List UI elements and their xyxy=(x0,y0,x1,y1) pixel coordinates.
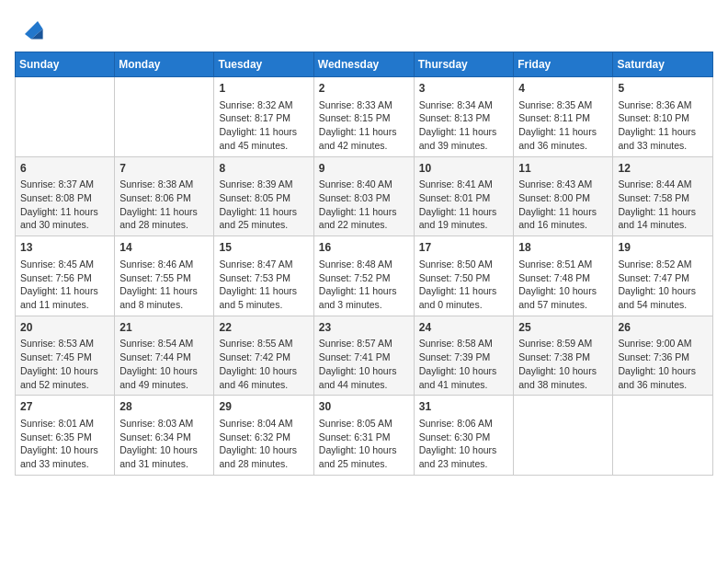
calendar-day-cell: 20Sunrise: 8:53 AM Sunset: 7:45 PM Dayli… xyxy=(16,316,115,396)
calendar-day-cell: 16Sunrise: 8:48 AM Sunset: 7:52 PM Dayli… xyxy=(313,236,414,316)
day-number: 17 xyxy=(419,240,509,256)
day-info: Sunrise: 8:39 AM Sunset: 8:05 PM Dayligh… xyxy=(219,178,308,232)
day-of-week-header: Sunday xyxy=(16,52,115,77)
day-number: 10 xyxy=(419,161,509,177)
calendar-day-cell: 19Sunrise: 8:52 AM Sunset: 7:47 PM Dayli… xyxy=(613,236,713,316)
calendar-day-cell: 22Sunrise: 8:55 AM Sunset: 7:42 PM Dayli… xyxy=(214,316,313,396)
day-of-week-header: Monday xyxy=(115,52,214,77)
day-info: Sunrise: 8:35 AM Sunset: 8:11 PM Dayligh… xyxy=(518,98,608,153)
day-info: Sunrise: 8:34 AM Sunset: 8:13 PM Dayligh… xyxy=(419,98,509,153)
calendar-day-cell: 25Sunrise: 8:59 AM Sunset: 7:38 PM Dayli… xyxy=(514,316,613,396)
day-number: 14 xyxy=(119,240,209,256)
calendar-day-cell: 10Sunrise: 8:41 AM Sunset: 8:01 PM Dayli… xyxy=(414,156,514,236)
day-info: Sunrise: 8:45 AM Sunset: 7:56 PM Dayligh… xyxy=(20,258,109,312)
calendar-day-cell: 21Sunrise: 8:54 AM Sunset: 7:44 PM Dayli… xyxy=(115,316,214,396)
day-info: Sunrise: 8:04 AM Sunset: 6:32 PM Dayligh… xyxy=(219,417,308,471)
day-info: Sunrise: 8:38 AM Sunset: 8:06 PM Dayligh… xyxy=(119,178,209,232)
day-info: Sunrise: 8:03 AM Sunset: 6:34 PM Dayligh… xyxy=(119,417,209,471)
calendar-day-cell: 4Sunrise: 8:35 AM Sunset: 8:11 PM Daylig… xyxy=(514,77,613,157)
calendar-day-cell: 15Sunrise: 8:47 AM Sunset: 7:53 PM Dayli… xyxy=(214,236,313,316)
calendar-day-cell xyxy=(613,396,713,476)
day-number: 21 xyxy=(119,320,209,336)
calendar-table: SundayMondayTuesdayWednesdayThursdayFrid… xyxy=(15,52,713,476)
day-info: Sunrise: 8:44 AM Sunset: 7:58 PM Dayligh… xyxy=(618,178,708,232)
calendar-day-cell: 23Sunrise: 8:57 AM Sunset: 7:41 PM Dayli… xyxy=(313,316,414,396)
calendar-week-row: 13Sunrise: 8:45 AM Sunset: 7:56 PM Dayli… xyxy=(16,236,713,316)
calendar-day-cell: 28Sunrise: 8:03 AM Sunset: 6:34 PM Dayli… xyxy=(115,396,214,476)
day-of-week-header: Tuesday xyxy=(214,52,313,77)
calendar-day-cell: 9Sunrise: 8:40 AM Sunset: 8:03 PM Daylig… xyxy=(313,156,414,236)
calendar-day-cell: 12Sunrise: 8:44 AM Sunset: 7:58 PM Dayli… xyxy=(613,156,713,236)
calendar-day-cell: 26Sunrise: 9:00 AM Sunset: 7:36 PM Dayli… xyxy=(613,316,713,396)
calendar-day-cell: 18Sunrise: 8:51 AM Sunset: 7:48 PM Dayli… xyxy=(514,236,613,316)
calendar-day-cell xyxy=(115,77,214,157)
day-number: 20 xyxy=(20,320,109,336)
day-info: Sunrise: 8:36 AM Sunset: 8:10 PM Dayligh… xyxy=(618,98,708,153)
day-info: Sunrise: 8:54 AM Sunset: 7:44 PM Dayligh… xyxy=(119,337,209,391)
calendar-day-cell: 31Sunrise: 8:06 AM Sunset: 6:30 PM Dayli… xyxy=(414,396,514,476)
day-info: Sunrise: 8:47 AM Sunset: 7:53 PM Dayligh… xyxy=(219,258,308,312)
day-info: Sunrise: 8:32 AM Sunset: 8:17 PM Dayligh… xyxy=(219,98,308,153)
calendar-day-cell: 1Sunrise: 8:32 AM Sunset: 8:17 PM Daylig… xyxy=(214,77,313,157)
calendar-week-row: 20Sunrise: 8:53 AM Sunset: 7:45 PM Dayli… xyxy=(16,316,713,396)
calendar-day-cell: 13Sunrise: 8:45 AM Sunset: 7:56 PM Dayli… xyxy=(16,236,115,316)
day-number: 9 xyxy=(319,161,409,177)
day-info: Sunrise: 8:05 AM Sunset: 6:31 PM Dayligh… xyxy=(319,417,409,471)
day-info: Sunrise: 8:40 AM Sunset: 8:03 PM Dayligh… xyxy=(319,178,409,232)
day-number: 4 xyxy=(518,81,608,97)
day-info: Sunrise: 9:00 AM Sunset: 7:36 PM Dayligh… xyxy=(618,337,708,391)
day-info: Sunrise: 8:06 AM Sunset: 6:30 PM Dayligh… xyxy=(419,417,509,471)
day-number: 30 xyxy=(319,399,409,415)
day-info: Sunrise: 8:41 AM Sunset: 8:01 PM Dayligh… xyxy=(419,178,509,232)
calendar-day-cell xyxy=(514,396,613,476)
day-of-week-header: Saturday xyxy=(613,52,713,77)
logo xyxy=(15,15,44,40)
day-number: 23 xyxy=(319,320,409,336)
day-info: Sunrise: 8:33 AM Sunset: 8:15 PM Dayligh… xyxy=(319,98,409,153)
day-number: 12 xyxy=(618,161,708,177)
day-number: 26 xyxy=(618,320,708,336)
calendar-week-row: 1Sunrise: 8:32 AM Sunset: 8:17 PM Daylig… xyxy=(16,77,713,157)
calendar-week-row: 27Sunrise: 8:01 AM Sunset: 6:35 PM Dayli… xyxy=(16,396,713,476)
day-number: 24 xyxy=(419,320,509,336)
calendar-day-cell: 3Sunrise: 8:34 AM Sunset: 8:13 PM Daylig… xyxy=(414,77,514,157)
day-of-week-header: Friday xyxy=(514,52,613,77)
day-number: 29 xyxy=(219,399,308,415)
calendar-day-cell xyxy=(16,77,115,157)
day-info: Sunrise: 8:50 AM Sunset: 7:50 PM Dayligh… xyxy=(419,258,509,312)
calendar-header-row: SundayMondayTuesdayWednesdayThursdayFrid… xyxy=(16,52,713,77)
day-number: 15 xyxy=(219,240,308,256)
day-number: 11 xyxy=(518,161,608,177)
calendar-day-cell: 17Sunrise: 8:50 AM Sunset: 7:50 PM Dayli… xyxy=(414,236,514,316)
day-info: Sunrise: 8:59 AM Sunset: 7:38 PM Dayligh… xyxy=(518,337,608,391)
calendar-day-cell: 6Sunrise: 8:37 AM Sunset: 8:08 PM Daylig… xyxy=(16,156,115,236)
calendar-week-row: 6Sunrise: 8:37 AM Sunset: 8:08 PM Daylig… xyxy=(16,156,713,236)
day-number: 28 xyxy=(119,399,209,415)
day-info: Sunrise: 8:51 AM Sunset: 7:48 PM Dayligh… xyxy=(518,258,608,312)
day-number: 7 xyxy=(119,161,209,177)
day-number: 16 xyxy=(319,240,409,256)
day-info: Sunrise: 8:57 AM Sunset: 7:41 PM Dayligh… xyxy=(319,337,409,391)
day-info: Sunrise: 8:48 AM Sunset: 7:52 PM Dayligh… xyxy=(319,258,409,312)
calendar-day-cell: 5Sunrise: 8:36 AM Sunset: 8:10 PM Daylig… xyxy=(613,77,713,157)
logo-icon xyxy=(18,15,44,40)
day-number: 3 xyxy=(419,81,509,97)
calendar-day-cell: 11Sunrise: 8:43 AM Sunset: 8:00 PM Dayli… xyxy=(514,156,613,236)
day-number: 18 xyxy=(518,240,608,256)
day-number: 31 xyxy=(419,399,509,415)
day-number: 25 xyxy=(518,320,608,336)
day-info: Sunrise: 8:52 AM Sunset: 7:47 PM Dayligh… xyxy=(618,258,708,312)
day-info: Sunrise: 8:01 AM Sunset: 6:35 PM Dayligh… xyxy=(20,417,109,471)
calendar-day-cell: 27Sunrise: 8:01 AM Sunset: 6:35 PM Dayli… xyxy=(16,396,115,476)
day-number: 13 xyxy=(20,240,109,256)
day-of-week-header: Wednesday xyxy=(313,52,414,77)
calendar-day-cell: 30Sunrise: 8:05 AM Sunset: 6:31 PM Dayli… xyxy=(313,396,414,476)
calendar-day-cell: 14Sunrise: 8:46 AM Sunset: 7:55 PM Dayli… xyxy=(115,236,214,316)
day-info: Sunrise: 8:58 AM Sunset: 7:39 PM Dayligh… xyxy=(419,337,509,391)
day-info: Sunrise: 8:53 AM Sunset: 7:45 PM Dayligh… xyxy=(20,337,109,391)
calendar-day-cell: 24Sunrise: 8:58 AM Sunset: 7:39 PM Dayli… xyxy=(414,316,514,396)
day-number: 2 xyxy=(319,81,409,97)
day-number: 5 xyxy=(618,81,708,97)
day-number: 8 xyxy=(219,161,308,177)
page-header xyxy=(15,15,713,40)
